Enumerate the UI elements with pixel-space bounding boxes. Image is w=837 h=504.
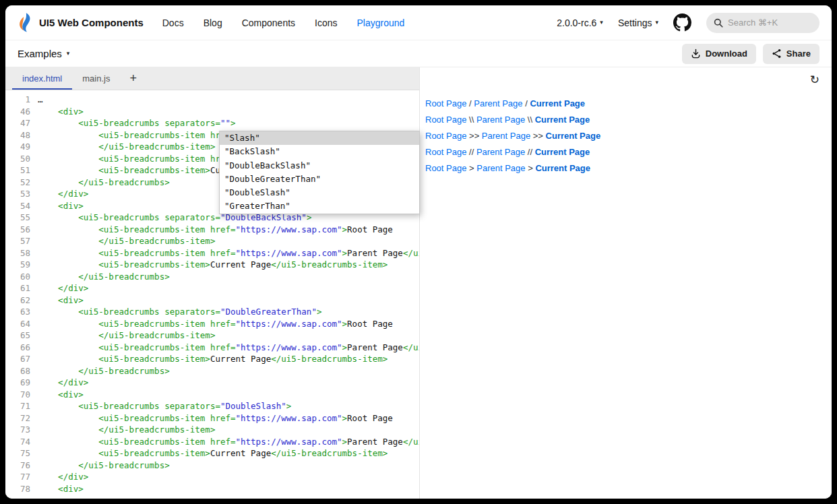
toolbar-actions: Download Share (682, 44, 819, 64)
line-number: 57 (5, 235, 38, 247)
breadcrumb-link-parent[interactable]: Parent Page (482, 131, 530, 141)
line-number: 77 (5, 471, 38, 483)
breadcrumb-current: Current Page (546, 131, 601, 141)
code-line: 74 <ui5-breadcrumbs-item href="https://w… (5, 436, 419, 448)
tab-main.js[interactable]: main.js (72, 67, 120, 90)
code-text[interactable]: <div> (38, 106, 419, 118)
nav-link-icons[interactable]: Icons (315, 18, 337, 28)
brand-title: UI5 Web Components (39, 17, 144, 28)
code-line: 60 </ui5-breadcrumbs> (5, 271, 419, 283)
code-text[interactable]: <ui5-breadcrumbs separators=""> (38, 117, 419, 129)
code-text[interactable]: <ui5-breadcrumbs-item href="https://www.… (38, 342, 419, 354)
code-text[interactable]: <ui5-breadcrumbs separators="DoubleSlash… (38, 400, 419, 412)
breadcrumb-separator: > (526, 163, 536, 173)
breadcrumb-row: Root Page // Parent Page // Current Page (425, 144, 832, 160)
line-number: 47 (5, 117, 38, 129)
nav-link-blog[interactable]: Blog (204, 18, 222, 28)
nav-link-components[interactable]: Components (242, 18, 295, 28)
code-line: 62 <div> (5, 294, 419, 307)
breadcrumb-separator: / (466, 98, 474, 108)
code-text[interactable]: <ui5-breadcrumbs-item href="https://www.… (38, 412, 419, 424)
autocomplete-option[interactable]: "Slash" (220, 131, 419, 145)
breadcrumb-current: Current Page (535, 115, 590, 125)
share-label: Share (786, 49, 811, 59)
line-number: 49 (5, 141, 38, 153)
refresh-icon[interactable]: ↻ (810, 73, 819, 87)
code-text[interactable]: <ui5-breadcrumbs-item href="https://www.… (38, 318, 419, 330)
editor-pane: index.htmlmain.js+ 1…46 <div>47 <ui5-bre… (5, 67, 420, 499)
search-input[interactable] (728, 18, 807, 28)
code-text[interactable]: </ui5-breadcrumbs> (38, 460, 419, 472)
nav-link-docs[interactable]: Docs (162, 18, 184, 28)
code-text[interactable]: </ui5-breadcrumbs> (38, 271, 419, 283)
code-text[interactable]: <ui5-breadcrumbs separators="DoubleGreat… (38, 306, 419, 318)
breadcrumb-link-parent[interactable]: Parent Page (476, 163, 525, 173)
brand[interactable]: UI5 Web Components (18, 13, 144, 32)
code-text[interactable]: <ui5-breadcrumbs-item>Current Page</ui5-… (38, 353, 419, 365)
code-line: 64 <ui5-breadcrumbs-item href="https://w… (5, 318, 419, 330)
settings-dropdown[interactable]: Settings ▾ (618, 18, 658, 28)
code-text[interactable]: </ui5-breadcrumbs-item> (38, 424, 419, 436)
line-number: 78 (5, 483, 38, 495)
breadcrumb-link-root[interactable]: Root Page (425, 147, 466, 157)
breadcrumb-link-root[interactable]: Root Page (425, 131, 466, 141)
code-line: 68 </ui5-breadcrumbs> (5, 365, 419, 377)
code-line: 67 <ui5-breadcrumbs-item>Current Page</u… (5, 353, 419, 365)
code-text[interactable]: <div> (38, 294, 419, 307)
code-text[interactable]: … (38, 94, 419, 106)
new-tab-button[interactable]: + (120, 67, 146, 90)
github-link[interactable] (673, 13, 691, 32)
main-content: index.htmlmain.js+ 1…46 <div>47 <ui5-bre… (5, 67, 832, 499)
breadcrumb-link-parent[interactable]: Parent Page (476, 147, 525, 157)
version-label: 2.0.0-rc.6 (557, 18, 596, 28)
code-line: 46 <div> (5, 106, 419, 118)
breadcrumb-link-root[interactable]: Root Page (425, 163, 466, 173)
examples-dropdown[interactable]: Examples ▾ (18, 48, 69, 59)
code-line: 71 <ui5-breadcrumbs separators="DoubleSl… (5, 400, 419, 412)
download-button[interactable]: Download (682, 44, 756, 64)
breadcrumb-link-parent[interactable]: Parent Page (476, 115, 525, 125)
code-text[interactable]: </div> (38, 377, 419, 389)
breadcrumb-link-root[interactable]: Root Page (425, 98, 466, 108)
code-line: 57 </ui5-breadcrumbs-item> (5, 235, 419, 247)
code-text[interactable]: </ui5-breadcrumbs> (38, 365, 419, 377)
code-text[interactable]: <ui5-breadcrumbs-item>Current Page</ui5-… (38, 447, 419, 460)
code-text[interactable]: <ui5-breadcrumbs-item href="https://www.… (38, 436, 419, 448)
line-number: 74 (5, 436, 38, 448)
code-text[interactable]: </ui5-breadcrumbs-item> (38, 329, 419, 342)
nav-link-playground[interactable]: Playground (357, 18, 405, 28)
code-text[interactable]: </div> (38, 282, 419, 294)
code-text[interactable]: <ui5-breadcrumbs-item href="https://www.… (38, 247, 419, 259)
breadcrumb-link-root[interactable]: Root Page (425, 115, 466, 125)
share-button[interactable]: Share (763, 44, 819, 64)
line-number: 61 (5, 282, 38, 294)
line-number: 70 (5, 389, 38, 401)
code-text[interactable]: <ui5-breadcrumbs-item>Current Page</ui5-… (38, 259, 419, 271)
search-icon (714, 18, 723, 28)
code-text[interactable]: </ui5-breadcrumbs-item> (38, 235, 419, 247)
autocomplete-option[interactable]: "DoubleGreaterThan" (220, 172, 419, 186)
line-number: 56 (5, 224, 38, 236)
code-text[interactable]: <div> (38, 389, 419, 401)
breadcrumb-link-parent[interactable]: Parent Page (474, 98, 522, 108)
line-number: 71 (5, 400, 38, 412)
breadcrumb-row: Root Page >> Parent Page >> Current Page (425, 128, 832, 144)
autocomplete-option[interactable]: "DoubleSlash" (220, 186, 419, 199)
line-number: 73 (5, 424, 38, 436)
autocomplete-option[interactable]: "BackSlash" (220, 145, 419, 158)
breadcrumb-separator: / (523, 98, 530, 108)
preview-breadcrumb-list: Root Page / Parent Page / Current PageRo… (420, 67, 832, 177)
tab-index.html[interactable]: index.html (12, 67, 72, 90)
chevron-down-icon: ▾ (600, 20, 603, 26)
breadcrumb-current: Current Page (530, 98, 585, 108)
version-dropdown[interactable]: 2.0.0-rc.6 ▾ (557, 18, 603, 28)
line-number: 50 (5, 153, 38, 165)
autocomplete-option[interactable]: "GreaterThan" (220, 199, 419, 213)
search-box[interactable] (706, 13, 819, 33)
tab-active-underline (12, 88, 72, 90)
code-text[interactable]: <div> (38, 483, 419, 495)
code-text[interactable]: </div> (38, 471, 419, 483)
autocomplete-option[interactable]: "DoubleBackSlash" (220, 159, 419, 172)
code-text[interactable]: <ui5-breadcrumbs-item href="https://www.… (38, 224, 419, 236)
code-line: 63 <ui5-breadcrumbs separators="DoubleGr… (5, 306, 419, 318)
